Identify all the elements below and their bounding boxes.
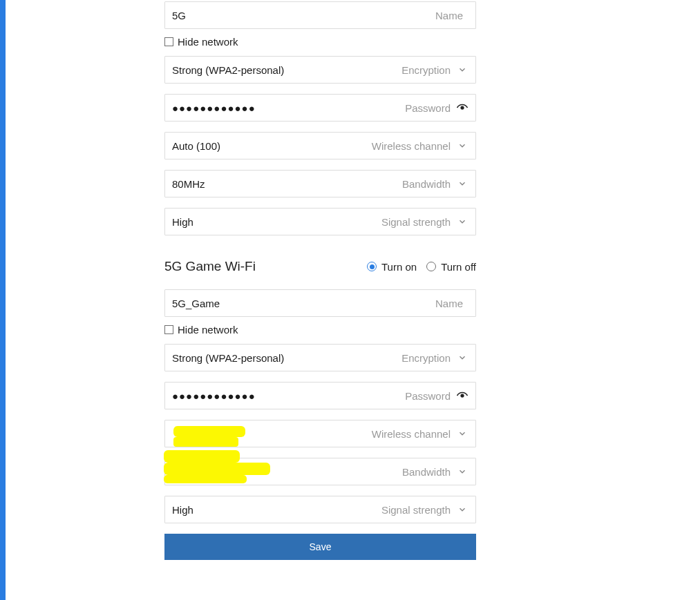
radio-turn-on-label: Turn on bbox=[381, 261, 417, 273]
name-input[interactable] bbox=[172, 10, 435, 21]
chevron-down-icon bbox=[456, 503, 469, 516]
hide-network-label: Hide network bbox=[178, 36, 238, 48]
channel-label-2: Wireless channel bbox=[372, 428, 451, 440]
section-title: 5G Game Wi-Fi bbox=[164, 259, 256, 274]
chevron-down-icon bbox=[456, 215, 469, 228]
channel-select-2[interactable]: Wireless channel bbox=[164, 420, 476, 447]
channel-label: Wireless channel bbox=[372, 140, 451, 152]
hide-network-checkbox[interactable] bbox=[164, 37, 173, 46]
signal-strength-select[interactable]: High Signal strength bbox=[164, 208, 476, 235]
bandwidth-value: 80MHz bbox=[172, 178, 402, 190]
bandwidth-label: Bandwidth bbox=[402, 178, 451, 190]
chevron-down-icon bbox=[456, 177, 469, 190]
channel-select[interactable]: Auto (100) Wireless channel bbox=[164, 132, 476, 159]
encryption-label: Encryption bbox=[401, 64, 451, 76]
svg-point-0 bbox=[461, 106, 464, 109]
chevron-down-icon bbox=[456, 427, 469, 440]
password-field[interactable]: ●●●●●●●●●●●● Password bbox=[164, 94, 476, 122]
radio-turn-off[interactable] bbox=[426, 262, 436, 271]
chevron-down-icon bbox=[456, 465, 469, 478]
hide-network-checkbox-2[interactable] bbox=[164, 325, 173, 334]
eye-icon[interactable] bbox=[456, 389, 469, 402]
chevron-down-icon bbox=[456, 351, 469, 364]
signal-value: High bbox=[172, 216, 381, 228]
name-field[interactable]: Name bbox=[164, 1, 476, 29]
chevron-down-icon bbox=[456, 64, 469, 76]
wifi-toggle-group: Turn on Turn off bbox=[367, 261, 476, 273]
chevron-down-icon bbox=[456, 139, 469, 152]
hide-network-row[interactable]: Hide network bbox=[164, 36, 476, 48]
password-value: ●●●●●●●●●●●● bbox=[172, 102, 405, 114]
redaction-highlight bbox=[173, 426, 245, 437]
channel-value: Auto (100) bbox=[172, 140, 372, 152]
redaction-highlight bbox=[173, 437, 238, 447]
encryption-value: Strong (WPA2-personal) bbox=[172, 64, 401, 76]
password-label-2: Password bbox=[405, 390, 451, 402]
eye-icon[interactable] bbox=[456, 101, 469, 114]
redaction-highlight bbox=[164, 463, 270, 475]
name-label-2: Name bbox=[435, 298, 463, 309]
signal-strength-select-2[interactable]: High Signal strength bbox=[164, 496, 476, 523]
signal-label: Signal strength bbox=[381, 216, 451, 228]
name-label: Name bbox=[435, 10, 463, 21]
accent-bar bbox=[0, 0, 6, 574]
bandwidth-select-2[interactable]: Bandwidth bbox=[164, 458, 476, 485]
encryption-select[interactable]: Strong (WPA2-personal) Encryption bbox=[164, 56, 476, 84]
password-label: Password bbox=[405, 102, 451, 114]
bandwidth-select[interactable]: 80MHz Bandwidth bbox=[164, 170, 476, 197]
radio-turn-on[interactable] bbox=[367, 262, 377, 271]
name-input-2[interactable] bbox=[172, 298, 435, 309]
encryption-select-2[interactable]: Strong (WPA2-personal) Encryption bbox=[164, 344, 476, 371]
hide-network-row-2[interactable]: Hide network bbox=[164, 324, 476, 336]
svg-point-1 bbox=[461, 394, 464, 397]
radio-turn-off-label: Turn off bbox=[441, 261, 476, 273]
bandwidth-label-2: Bandwidth bbox=[402, 466, 451, 478]
hide-network-label-2: Hide network bbox=[178, 324, 238, 336]
redaction-highlight bbox=[164, 475, 247, 483]
signal-label-2: Signal strength bbox=[381, 504, 451, 516]
redaction-highlight bbox=[164, 450, 240, 463]
password-value-2: ●●●●●●●●●●●● bbox=[172, 390, 405, 402]
save-button[interactable]: Save bbox=[164, 534, 476, 560]
name-field-2[interactable]: Name bbox=[164, 289, 476, 317]
section-5g-game-header: 5G Game Wi-Fi Turn on Turn off bbox=[164, 259, 476, 274]
password-field-2[interactable]: ●●●●●●●●●●●● Password bbox=[164, 382, 476, 409]
signal-value-2: High bbox=[172, 504, 381, 516]
settings-form: Name Hide network Strong (WPA2-personal)… bbox=[164, 0, 476, 574]
encryption-label-2: Encryption bbox=[401, 352, 451, 364]
encryption-value-2: Strong (WPA2-personal) bbox=[172, 352, 401, 364]
